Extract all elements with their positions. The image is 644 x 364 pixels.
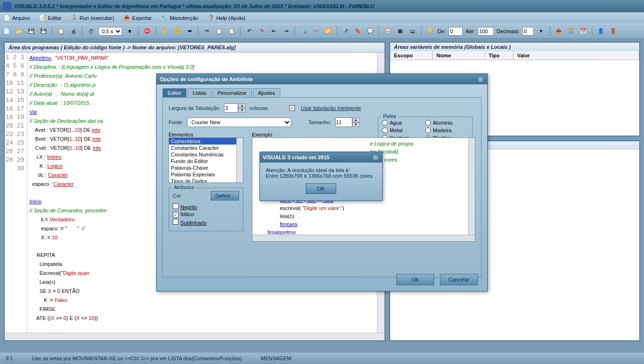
list-item[interactable]: Constantes Caracter [169,145,243,151]
replace-button[interactable]: 🔁 [323,27,333,36]
code-hscrollbar[interactable] [5,333,385,340]
status-hint: Use as setas pra MOVIMENTAR-SE ou <<Ctrl… [32,355,242,361]
sublinhado-checkbox[interactable] [173,219,179,225]
undo-button[interactable]: ↶ [244,27,254,36]
spin-up-icon[interactable]: ▲ [238,103,246,108]
save-dropdown[interactable]: 💾 [27,27,36,36]
copy-button[interactable]: 📋 [215,27,224,36]
grab-button[interactable]: ✊ [172,27,182,36]
timer-down-button[interactable]: ▼ [125,27,134,36]
example-vscrollbar[interactable] [468,138,475,235]
col-escopo[interactable]: Escopo [390,51,433,60]
print-button[interactable]: 🖨 [69,27,78,36]
radio-madeira[interactable] [425,127,431,133]
tab-listas[interactable]: Listas [188,88,212,97]
step-button[interactable]: ➡ [185,27,194,36]
list-item[interactable]: Comentários [169,138,243,145]
key-button[interactable]: 🔑 [425,27,435,36]
largura-input[interactable] [224,103,238,113]
italico-checkbox[interactable] [173,212,179,218]
stop-button[interactable]: ⛔ [143,27,152,36]
usar-tab-checkbox[interactable] [289,105,295,111]
list-item[interactable]: Constantes Numéricas [169,151,243,158]
calc-button[interactable]: 🧮 [566,27,576,36]
radio-aluminio[interactable] [425,120,431,126]
col-tipo[interactable]: Tipo [485,51,513,60]
menu-arquivo[interactable]: 📄Arquivo [2,14,32,22]
goto-button[interactable]: ↗ [341,27,350,36]
separator [295,27,295,36]
window-button[interactable]: 🪟 [383,27,393,36]
tamanho-input[interactable] [335,118,352,127]
indent-right-button[interactable]: ⇥ [281,27,291,36]
elementos-listbox[interactable]: Comentários Constantes Caracter Constant… [169,137,243,183]
tab-editor[interactable]: Editor [162,88,187,97]
tile-button[interactable]: ▦ [395,27,405,36]
menu-run[interactable]: 🏃Run (executar) [69,14,116,22]
menu-editar[interactable]: 📝Editar [37,14,63,22]
config-tabs: Editor Listas Personalizar Ajustes [162,88,482,97]
definir-button[interactable]: Definir... [211,191,239,200]
config-close-icon[interactable] [477,75,484,83]
col-valor[interactable]: Valor [513,51,639,60]
usar-tab-label: Usar tabulação inteligente [301,105,361,111]
menu-manutencao[interactable]: 🔧Manutenção [159,14,200,22]
tab-personalizar[interactable]: Personalizar [213,88,252,97]
alert-titlebar[interactable]: VISUALG 3 criado em 2015 [260,152,382,163]
indent-left-button[interactable]: ⇤ [269,27,278,36]
config-dialog-titlebar[interactable]: Opções de configuração de Ambiênte [157,74,487,84]
menu-help[interactable]: ❓Help (Ajuda) [206,14,247,22]
ate-input[interactable] [478,27,494,36]
open-button[interactable]: 📂 [14,27,24,36]
line-gutter: 1 2 3 4 5 6 7 8 9 10 11 12 13 14 15 16 1… [5,53,27,333]
example-hscrollbar[interactable] [252,235,475,241]
de-input[interactable] [448,27,463,36]
spin-up-icon[interactable]: ▲ [352,118,360,122]
export-button[interactable]: 📤 [554,27,564,36]
hand-button[interactable]: ✋ [160,27,170,36]
spin-down-icon[interactable]: ▼ [238,108,246,113]
time-select[interactable]: 0,5 s [98,27,122,36]
col-nome[interactable]: Nome [433,51,485,60]
spinner-icon[interactable]: ▾ [537,27,546,36]
paste-button[interactable]: 📋 [227,27,236,36]
config-ok-button[interactable]: OK [396,274,434,285]
cascade-button[interactable]: 🗂 [408,27,417,36]
radio-metal[interactable] [382,127,388,133]
redo-button[interactable]: ↷ [257,27,266,36]
bookmark-button[interactable]: 🔖 [353,27,363,36]
negrito-checkbox[interactable] [173,203,179,209]
copy-text-button[interactable]: 📋 [56,27,66,36]
search-button[interactable]: 🔍 [299,27,308,36]
separator [138,27,139,36]
exit-button[interactable]: 🚪 [608,27,618,36]
comment-button[interactable]: 💬 [366,27,375,36]
config-cancel-button[interactable]: Cancelar [440,274,478,285]
listbox-scrollbar[interactable] [236,138,243,182]
find-button[interactable]: 👓 [311,27,321,36]
separator [592,27,592,36]
new-button[interactable]: 📄 [2,27,11,36]
tab-ajustes[interactable]: Ajustes [253,88,280,97]
alert-ok-button[interactable]: OK [306,183,336,194]
help-icon: ❓ [208,15,215,21]
calendar-button[interactable]: 📅 [579,27,588,36]
list-item[interactable]: Palavras-Chave [169,164,243,171]
status-message-label: MENSAGEM: [261,355,293,361]
spin-down-icon[interactable]: ▼ [352,122,360,127]
user-button[interactable]: 👤 [596,27,606,36]
separator [421,27,421,36]
decimais-input[interactable] [522,27,534,36]
cut-button[interactable]: ✂ [202,27,212,36]
list-item[interactable]: Palavras Especiais [169,171,243,178]
fonte-select[interactable]: Courier New [187,118,291,127]
tamanho-spinner[interactable]: ▲▼ [335,118,360,127]
list-item[interactable]: Fundo do Editor [169,158,243,164]
largura-spinner[interactable]: ▲▼ [224,103,246,113]
menu-exportar[interactable]: 📤Exportar [122,14,154,22]
alert-close-icon[interactable] [372,154,379,161]
radio-agua[interactable] [382,120,388,126]
save-button[interactable]: 💾 [39,27,48,36]
list-item[interactable]: Tipos de Dados [169,178,243,183]
timer-button[interactable]: ⏱ [86,27,96,36]
